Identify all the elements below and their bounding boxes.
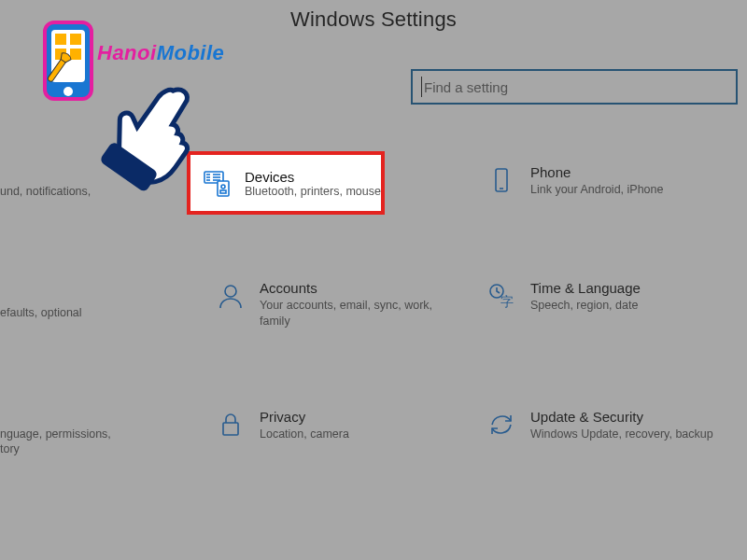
svg-rect-19 [70,34,81,45]
lock-icon [215,409,247,441]
cropped-text-search: nguage, permissions, [0,427,111,441]
cropped-text-apps: efaults, optional [0,306,82,319]
svg-rect-18 [55,34,66,45]
search-box[interactable] [411,69,738,105]
tile-subtitle: Windows Update, recovery, backup [530,427,713,441]
svg-rect-21 [70,49,81,60]
tile-subtitle: Your accounts, email, sync, work, family [260,298,458,329]
tile-title: Phone [530,164,663,180]
person-icon [215,280,247,312]
tile-phone[interactable]: Phone Link your Android, iPhone [486,164,728,198]
tile-text: Time & Language Speech, region, date [530,280,641,314]
phone-icon [486,164,517,196]
tile-text: Update & Security Windows Update, recove… [530,409,713,442]
tile-subtitle: Location, camera [260,427,349,441]
watermark-text: HanoiMobile [97,41,224,65]
watermark-text-part1: Hanoi [97,41,157,64]
page-title: Windows Settings [0,7,747,32]
tile-title: Devices [245,169,381,185]
tile-text: Accounts Your accounts, email, sync, wor… [260,280,458,329]
svg-point-2 [225,286,236,297]
tile-privacy[interactable]: Privacy Location, camera [215,409,458,442]
tile-subtitle: Link your Android, iPhone [530,182,663,197]
tile-text: Phone Link your Android, iPhone [530,164,663,198]
sync-icon [486,409,517,441]
watermark-text-part2: Mobile [157,41,225,64]
tile-title: Update & Security [530,409,713,425]
pointer-hand-icon [86,73,217,203]
tile-title: Privacy [260,409,349,425]
tile-update-security[interactable]: Update & Security Windows Update, recove… [486,409,728,442]
tile-title: Time & Language [530,280,641,296]
svg-rect-5 [223,423,238,435]
tile-time-language[interactable]: 字 Time & Language Speech, region, date [486,280,728,314]
time-language-icon: 字 [486,280,517,312]
tile-subtitle: Bluetooth, printers, mouse [245,185,381,198]
search-input[interactable] [422,78,726,96]
settings-window: Windows Settings und, notifications, efa… [0,0,747,560]
tile-text: Privacy Location, camera [260,409,349,442]
tile-accounts[interactable]: Accounts Your accounts, email, sync, wor… [215,280,458,329]
cropped-text-search-2: tory [0,442,20,455]
svg-text:字: 字 [500,295,514,309]
text-caret [421,77,422,97]
tile-text: Devices Bluetooth, printers, mouse [245,169,381,198]
tile-subtitle: Speech, region, date [530,298,641,313]
tile-title: Accounts [260,280,458,296]
svg-point-22 [63,87,73,96]
cropped-text-system: und, notifications, [0,185,91,198]
